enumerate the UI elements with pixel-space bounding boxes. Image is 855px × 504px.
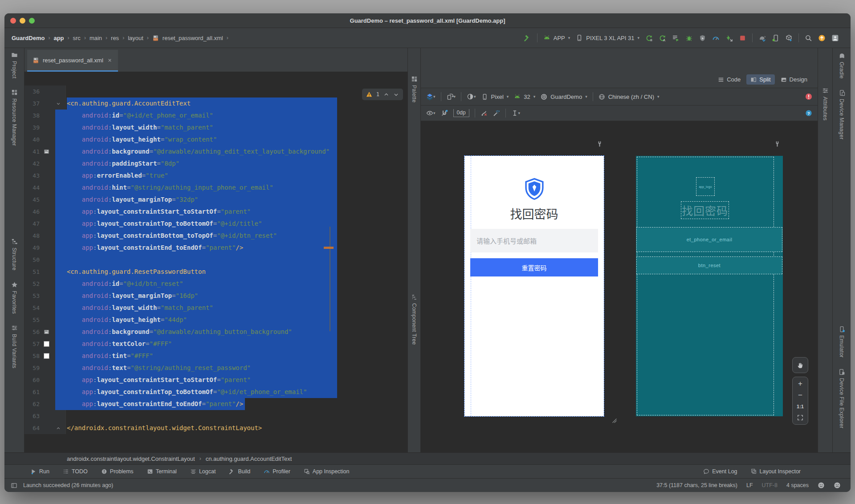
apply-code-changes-button[interactable]: A: [659, 34, 666, 42]
code-text[interactable]: [66, 254, 407, 266]
code-text[interactable]: android:layout_height="44dp": [66, 314, 407, 326]
code-text[interactable]: <cn.authing.guard.AccountEditText: [66, 98, 407, 110]
code-text[interactable]: android:layout_marginTop="32dp": [66, 194, 407, 206]
close-window-button[interactable]: [10, 18, 16, 24]
gradle-sync-button[interactable]: [758, 34, 766, 42]
sidebar-item-structure[interactable]: Structure: [11, 238, 18, 270]
sidebar-item-component-tree[interactable]: Component Tree: [411, 294, 418, 345]
code-text[interactable]: android:layout_marginTop="16dp": [66, 290, 407, 302]
sdk-manager-button[interactable]: [785, 34, 793, 42]
toolwindow-run[interactable]: Run: [30, 468, 49, 475]
blueprint-preview-screen[interactable]: app_logo 找回密码 et_phone_or_email btn_rese…: [636, 156, 783, 416]
editor-scrollbar[interactable]: [330, 227, 330, 331]
pack-button[interactable]: ▾: [511, 110, 521, 117]
locale-select[interactable]: Chinese (zh / CN)▾: [598, 93, 660, 100]
toolwindow-build[interactable]: Build: [229, 468, 250, 475]
build-button[interactable]: [524, 34, 531, 42]
inspection-widget[interactable]: 1: [362, 89, 403, 100]
line-ending-indicator[interactable]: LF: [746, 482, 753, 488]
code-text[interactable]: android:background="@drawable/authing_ed…: [66, 146, 407, 158]
run-tasks-button[interactable]: [672, 34, 680, 42]
toolwindow-todo[interactable]: TODO: [63, 468, 88, 475]
code-text[interactable]: [66, 410, 407, 422]
toolwindow-layout-inspector[interactable]: Layout Inspector: [751, 468, 801, 475]
blueprint-title[interactable]: 找回密码: [681, 201, 729, 219]
design-preview-screen[interactable]: 找回密码 请输入手机号或邮箱 重置密码: [464, 156, 604, 416]
sidebar-item-palette[interactable]: Palette: [411, 76, 418, 102]
apply-changes-button[interactable]: [725, 34, 733, 42]
design-surface[interactable]: 找回密码 请输入手机号或邮箱 重置密码 app_logo 找回密码: [421, 121, 818, 452]
code-text[interactable]: android:id="@+id/et_phone_or_email": [66, 110, 407, 122]
code-text[interactable]: android:paddingStart="8dp": [66, 158, 407, 170]
attach-debugger-button[interactable]: [699, 34, 706, 42]
panel-icon[interactable]: [11, 482, 17, 489]
feedback-happy-icon[interactable]: [818, 482, 825, 489]
device-select[interactable]: PIXEL 3 XL API 31▾: [576, 34, 639, 41]
code-text[interactable]: app:layout_constraintBottom_toTopOf="@+i…: [66, 230, 407, 242]
chev-down2-icon[interactable]: [393, 92, 399, 98]
sidebar-item-device-file-explorer[interactable]: Device File Explorer: [839, 369, 845, 428]
theme-select[interactable]: GuardDemo▾: [541, 93, 587, 100]
device-manager-button[interactable]: [772, 34, 779, 42]
view-options-button[interactable]: ▾: [426, 110, 436, 117]
preview-phone-email-input[interactable]: 请输入手机号或邮箱: [470, 229, 598, 252]
tool-window-toggle-icon[interactable]: [11, 482, 17, 489]
sidebar-item-gradle[interactable]: Gradle: [839, 53, 845, 79]
apply-changes-restart-button[interactable]: [645, 34, 653, 42]
breadcrumb-item[interactable]: app: [53, 35, 64, 41]
code-text[interactable]: app:layout_constraintEnd_toEndOf="parent…: [66, 242, 407, 254]
fold-down-icon[interactable]: [56, 101, 61, 106]
code-text[interactable]: android:background="@drawable/authing_bu…: [66, 326, 407, 338]
zoom-in-button[interactable]: +: [798, 381, 802, 387]
previous-warning-icon[interactable]: [383, 92, 389, 98]
next-warning-icon[interactable]: [393, 92, 399, 98]
breadcrumb-item[interactable]: layout: [128, 35, 143, 41]
toolwindow-problems[interactable]: Problems: [101, 468, 134, 475]
zoom-to-fit-button[interactable]: [797, 415, 803, 421]
code-text[interactable]: app:layout_constraintTop_toBottomOf="@+i…: [66, 386, 407, 398]
breadcrumb-file[interactable]: reset_password_all.xml: [163, 35, 223, 41]
preview-reset-password-button[interactable]: 重置密码: [470, 258, 598, 276]
code-text[interactable]: android:text="@string/authing_reset_pass…: [66, 362, 407, 374]
orientation-button[interactable]: ▾: [447, 93, 456, 100]
tab-split[interactable]: Split: [746, 74, 774, 85]
stop-button[interactable]: [739, 34, 746, 42]
code-text[interactable]: android:hint="@string/authing_input_phon…: [66, 182, 407, 194]
breadcrumb-item[interactable]: src: [73, 35, 81, 41]
profile-avatar-button[interactable]: [831, 34, 839, 42]
close-tab-icon[interactable]: [107, 57, 113, 63]
sidebar-item-project[interactable]: Project: [11, 52, 18, 78]
toolwindow-profiler[interactable]: Profiler: [264, 468, 290, 475]
autoconnect-toggle[interactable]: [441, 110, 448, 117]
code-text[interactable]: app:layout_constraintEnd_toEndOf="parent…: [66, 398, 407, 410]
editor-tab[interactable]: </> reset_password_all.xml: [27, 50, 118, 72]
profile-button[interactable]: [712, 34, 720, 42]
encoding-indicator[interactable]: UTF-8: [762, 482, 778, 488]
toolwindow-logcat[interactable]: Logcat: [190, 468, 216, 475]
indent-indicator[interactable]: 4 spaces: [786, 482, 809, 488]
smiley-icon[interactable]: [818, 482, 825, 489]
code-text[interactable]: android:layout_height="wrap_content": [66, 134, 407, 146]
breadcrumb-item[interactable]: main: [90, 35, 102, 41]
code-text[interactable]: app:errorEnabled="true": [66, 170, 407, 182]
toolwindow-app-inspection[interactable]: App Inspection: [304, 468, 350, 475]
caret-position[interactable]: 37:5 (1187 chars, 25 line breaks): [656, 482, 737, 488]
sidebar-item-resource-manager[interactable]: Resource Manager: [11, 89, 18, 146]
search-everywhere-button[interactable]: [805, 34, 812, 42]
toolwindow-terminal[interactable]: Terminal: [147, 468, 177, 475]
sidebar-item-device-manager[interactable]: Device Manager: [839, 89, 845, 140]
frowny-icon[interactable]: [834, 482, 841, 489]
fold-slot[interactable]: [53, 426, 64, 431]
xml-breadcrumb-item[interactable]: androidx.constraintlayout.widget.Constra…: [67, 455, 195, 462]
fold-up-icon[interactable]: [56, 426, 61, 431]
code-text[interactable]: android:layout_width="match_parent": [66, 122, 407, 134]
code-text[interactable]: </androidx.constraintlayout.widget.Const…: [66, 422, 407, 434]
resize-handle-icon[interactable]: [611, 417, 618, 426]
blueprint-reset-button[interactable]: btn_reset: [636, 256, 782, 274]
code-text[interactable]: android:id="@+id/btn_reset": [66, 278, 407, 290]
zoom-actual-button[interactable]: 1:1: [797, 404, 804, 409]
code-editor[interactable]: 3637<cn.authing.guard.AccountEditText38 …: [24, 72, 407, 452]
code-text[interactable]: android:tint="#FFF": [66, 350, 407, 362]
debug-button[interactable]: [685, 34, 693, 42]
infer-constraints-button[interactable]: [493, 110, 500, 117]
